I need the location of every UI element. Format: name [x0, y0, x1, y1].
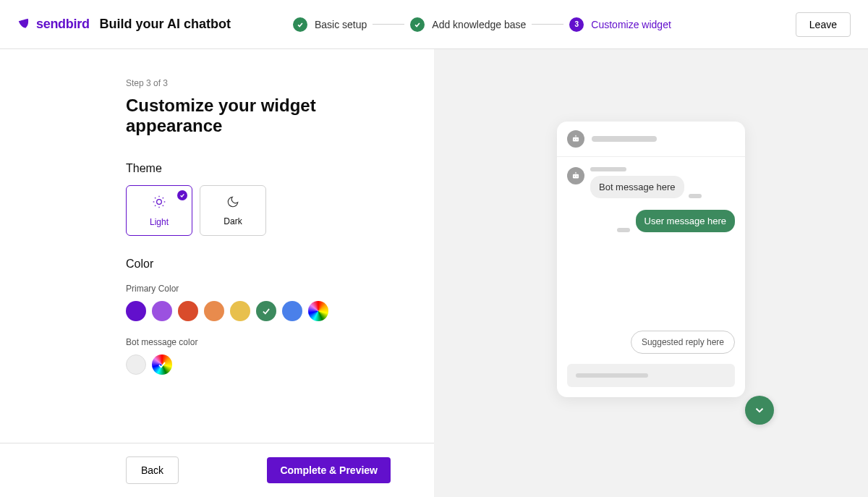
bot-avatar-icon: [567, 130, 584, 148]
svg-line-7: [155, 205, 156, 205]
widget-body: Bot message here User message here Sugge…: [557, 157, 745, 364]
page-heading: Customize your widget appearance: [126, 95, 391, 136]
widget-toggle-fab[interactable]: [745, 396, 774, 425]
footer-actions: Back Complete & Preview: [0, 443, 434, 497]
back-button[interactable]: Back: [126, 456, 179, 484]
primary-color-label: Primary Color: [126, 284, 391, 294]
checkmark-icon: [261, 306, 271, 316]
bot-message-color-label: Bot message color: [126, 337, 391, 347]
config-panel: Step 3 of 3 Customize your widget appear…: [0, 49, 434, 497]
svg-point-18: [575, 172, 576, 173]
step-divider: [373, 24, 404, 25]
sendbird-logo-icon: [17, 17, 32, 32]
color-swatch-green[interactable]: [256, 301, 276, 321]
svg-point-11: [576, 139, 577, 140]
leave-button[interactable]: Leave: [796, 12, 851, 37]
step-customize-widget: 3 Customize widget: [569, 17, 671, 32]
step-label: Basic setup: [315, 19, 367, 30]
step-knowledge-base: Add knowledge base: [410, 17, 526, 32]
svg-point-16: [576, 176, 577, 177]
placeholder-title: [592, 136, 657, 142]
svg-line-8: [163, 197, 163, 198]
theme-option-light[interactable]: Light: [126, 185, 192, 236]
color-swatch-custom[interactable]: [152, 354, 172, 375]
bot-avatar-icon: [567, 167, 584, 184]
svg-point-10: [574, 139, 575, 140]
progress-stepper: Basic setup Add knowledge base 3 Customi…: [293, 17, 671, 32]
svg-rect-14: [573, 174, 579, 179]
header-title: Build your AI chatbot: [100, 17, 231, 32]
placeholder-input-text: [576, 373, 648, 378]
theme-option-label: Dark: [224, 216, 242, 226]
color-swatch-purple[interactable]: [126, 301, 146, 321]
widget-header: [557, 122, 745, 157]
color-swatch-blue[interactable]: [282, 301, 302, 321]
preview-panel: Bot message here User message here Sugge…: [434, 49, 868, 497]
step-basic-setup: Basic setup: [293, 17, 367, 32]
color-swatch-violet[interactable]: [152, 301, 172, 321]
moon-icon: [226, 195, 239, 212]
step-label: Customize widget: [591, 19, 671, 30]
theme-option-label: Light: [150, 217, 169, 227]
svg-line-3: [155, 197, 156, 198]
selected-check-icon: [177, 190, 187, 200]
placeholder-name: [590, 167, 626, 171]
suggested-reply-chip[interactable]: Suggested reply here: [631, 331, 735, 354]
svg-point-15: [574, 176, 575, 177]
svg-point-13: [575, 135, 576, 136]
primary-color-swatches: [126, 301, 391, 321]
brand-wordmark: sendbird: [36, 17, 90, 32]
color-swatch-red[interactable]: [178, 301, 198, 321]
theme-option-dark[interactable]: Dark: [200, 185, 266, 236]
step-hint: Step 3 of 3: [126, 78, 391, 88]
svg-rect-9: [573, 137, 579, 142]
step-divider: [532, 24, 563, 25]
color-swatch-default[interactable]: [126, 354, 146, 375]
chat-widget-preview: Bot message here User message here Sugge…: [557, 122, 745, 397]
complete-preview-button[interactable]: Complete & Preview: [267, 457, 391, 483]
color-swatch-custom[interactable]: [308, 301, 328, 321]
chevron-down-icon: [753, 404, 766, 417]
main-content: Step 3 of 3 Customize your widget appear…: [0, 49, 868, 497]
svg-line-4: [163, 205, 163, 205]
checkmark-icon: [410, 17, 425, 32]
theme-options: Light Dark: [126, 185, 391, 236]
color-swatch-orange[interactable]: [204, 301, 224, 321]
step-number-icon: 3: [569, 17, 584, 32]
bot-message-bubble: Bot message here: [590, 176, 684, 198]
checkmark-icon: [157, 360, 167, 370]
bot-message-color-swatches: [126, 354, 391, 375]
brand-logo: sendbird: [17, 17, 90, 32]
bot-message-row: Bot message here: [567, 167, 735, 198]
bot-message-column: Bot message here: [590, 167, 702, 198]
color-section-label: Color: [126, 258, 391, 271]
checkmark-icon: [293, 17, 307, 32]
theme-section-label: Theme: [126, 162, 391, 175]
svg-point-0: [157, 199, 162, 204]
step-label: Add knowledge base: [432, 19, 526, 30]
widget-input-placeholder[interactable]: [567, 364, 735, 387]
placeholder-timestamp: [689, 194, 702, 198]
color-swatch-yellow[interactable]: [230, 301, 250, 321]
user-message-bubble: User message here: [636, 210, 735, 232]
app-header: sendbird Build your AI chatbot Basic set…: [0, 0, 868, 49]
placeholder-timestamp: [617, 228, 630, 232]
user-message-row: User message here: [567, 210, 735, 232]
sun-icon: [152, 195, 166, 213]
